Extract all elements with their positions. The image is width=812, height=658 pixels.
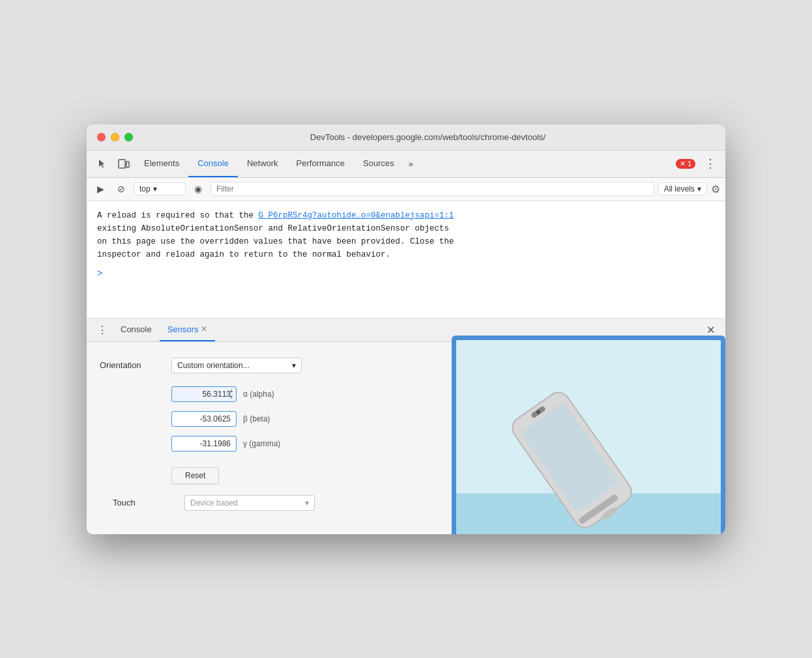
orientation-select[interactable]: Custom orientation... ▾	[171, 358, 302, 373]
console-prompt[interactable]: >	[97, 266, 715, 281]
reset-button[interactable]: Reset	[171, 467, 219, 484]
alpha-step-up[interactable]: ▲	[227, 388, 235, 394]
device-visualization-wrapper	[452, 336, 725, 534]
orientation-label: Orientation	[100, 360, 171, 370]
svg-rect-1	[126, 162, 129, 167]
tab-console[interactable]: Console	[188, 150, 238, 177]
alpha-label: α (alpha)	[243, 390, 274, 399]
levels-dropdown-arrow: ▾	[697, 184, 701, 193]
device-visualization	[456, 340, 721, 534]
context-dropdown-arrow: ▾	[153, 184, 157, 193]
sensors-tab-close[interactable]: ✕	[201, 324, 207, 334]
play-button[interactable]: ▶	[92, 180, 109, 197]
context-select[interactable]: top ▾	[134, 182, 186, 195]
alpha-stepper: ▲ ▼	[227, 386, 235, 402]
beta-input-wrapper	[171, 411, 237, 427]
tab-elements[interactable]: Elements	[135, 150, 188, 177]
console-message: A reload is required so that the G_P6rpR…	[97, 209, 715, 261]
tab-performance[interactable]: Performance	[287, 150, 354, 177]
levels-select[interactable]: All levels ▾	[658, 182, 707, 195]
console-toolbar: ▶ ⊘ top ▾ ◉ All levels ▾ ⚙	[87, 178, 725, 201]
devtools-tab-bar: Elements Console Network Performance Sou…	[87, 150, 725, 178]
error-badge[interactable]: ✕ 1	[676, 159, 695, 169]
drawer-more-icon[interactable]: ⋮	[92, 324, 113, 336]
tab-bar-right: ✕ 1 ⋮	[676, 150, 720, 177]
drawer-tab-sensors[interactable]: Sensors ✕	[160, 319, 216, 341]
drawer-tab-console[interactable]: Console	[113, 319, 160, 341]
devtools-menu-icon[interactable]: ⋮	[701, 156, 720, 171]
tab-network[interactable]: Network	[238, 150, 287, 177]
device-toggle-icon[interactable]	[113, 150, 135, 177]
beta-input[interactable]	[171, 411, 237, 427]
alpha-input[interactable]	[171, 386, 237, 402]
alpha-input-wrapper: ▲ ▼	[171, 386, 237, 402]
eye-button[interactable]: ◉	[190, 180, 207, 197]
settings-icon[interactable]: ⚙	[711, 183, 720, 195]
drawer-close-button[interactable]: ✕	[701, 324, 720, 336]
svg-rect-0	[119, 160, 125, 168]
devtools-window: DevTools - developers.google.com/web/too…	[87, 124, 725, 534]
block-button[interactable]: ⊘	[113, 180, 130, 197]
console-link[interactable]: G_P6rpRSr4g?autohide…o=0&enablejsapi=1:1	[259, 211, 454, 220]
touch-dropdown-arrow: ▾	[305, 498, 309, 508]
alpha-step-down[interactable]: ▼	[227, 394, 235, 401]
error-x-icon: ✕	[680, 160, 686, 168]
sensors-panel: Orientation Custom orientation... ▾ ▲	[87, 342, 725, 534]
drawer: ⋮ Console Sensors ✕ ✕ Orientation Custom…	[87, 319, 725, 534]
gamma-input-wrapper	[171, 436, 237, 451]
gamma-label: γ (gamma)	[243, 439, 280, 448]
console-output: A reload is required so that the G_P6rpR…	[87, 201, 725, 319]
gamma-input[interactable]	[171, 436, 237, 451]
traffic-lights	[97, 133, 133, 141]
beta-label: β (beta)	[243, 414, 270, 423]
orientation-dropdown-arrow: ▾	[292, 361, 296, 370]
window-title: DevTools - developers.google.com/web/too…	[141, 132, 715, 142]
titlebar: DevTools - developers.google.com/web/too…	[87, 124, 725, 150]
tab-sources[interactable]: Sources	[354, 150, 403, 177]
minimize-button[interactable]	[111, 133, 119, 141]
maximize-button[interactable]	[124, 133, 133, 141]
filter-input[interactable]	[210, 182, 654, 196]
touch-select[interactable]: Device based ▾	[184, 495, 315, 511]
cursor-icon[interactable]	[92, 150, 113, 177]
more-tabs-button[interactable]: »	[403, 150, 418, 177]
close-button[interactable]	[97, 133, 106, 141]
touch-label: Touch	[113, 498, 184, 508]
